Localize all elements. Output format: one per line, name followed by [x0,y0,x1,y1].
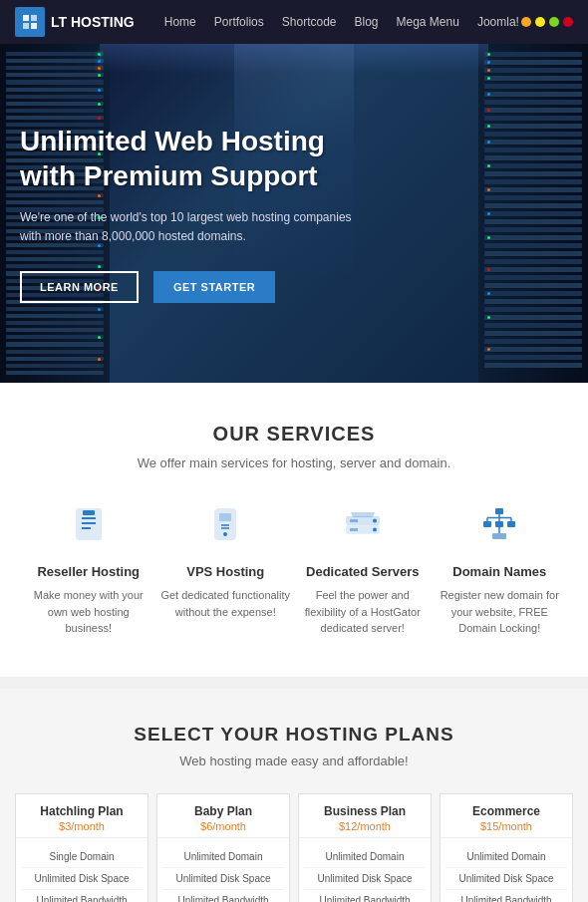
plan-hatchling-header: Hatchling Plan $3/month [16,794,147,838]
svg-rect-22 [495,521,503,527]
svg-rect-1 [31,15,37,21]
plan-baby: Baby Plan $6/month Unlimited Domain Unli… [156,793,290,903]
service-vps: VPS Hosting Get dedicated functionality … [160,505,290,637]
dot-4 [563,17,573,27]
domain-title: Domain Names [435,564,564,579]
svg-rect-20 [495,508,503,514]
svg-rect-18 [350,519,358,522]
domain-icon [435,505,564,554]
svg-rect-0 [23,15,29,21]
hero-heading: Unlimited Web Hosting with Premium Suppo… [20,124,568,193]
nav-shortcode[interactable]: Shortcode [282,15,337,29]
svg-rect-3 [31,23,37,29]
nav-portfolios[interactable]: Portfolios [214,15,264,29]
nav-megamenu[interactable]: Mega Menu [397,15,459,29]
svg-rect-23 [507,521,515,527]
nav-dots [521,17,573,27]
feature-item: Unlimited Domain [162,846,284,868]
plan-business: Business Plan $12/month Unlimited Domain… [298,793,432,903]
plan-hatchling-price: $3/month [21,820,143,832]
svg-point-11 [223,532,227,536]
dot-2 [535,17,545,27]
plan-ecommerce: Ecommerce $15/month Unlimited Domain Unl… [440,793,573,903]
nav-home[interactable]: Home [164,15,196,29]
svg-rect-2 [23,23,29,29]
get-starter-button[interactable]: GET STARTER [153,271,275,303]
plans-section: SELECT YOUR HOSTING PLANS Web hosting ma… [0,689,588,903]
service-dedicated: Dedicated Servers Feel the power and fle… [298,505,428,637]
services-subtitle: We offer main services for hosting, serv… [20,455,568,470]
dedicated-desc: Feel the power and flexibility of a Host… [298,587,428,637]
services-title: OUR SERVICES [20,423,568,446]
learn-more-button[interactable]: LEARN MORE [20,271,139,303]
svg-rect-19 [350,528,358,531]
hero-section: Unlimited Web Hosting with Premium Suppo… [0,44,588,383]
feature-item: Unlimited Bandwidth [21,890,143,903]
svg-rect-29 [492,533,506,539]
hero-content: Unlimited Web Hosting with Premium Suppo… [20,124,568,303]
feature-item: Single Domain [21,846,143,868]
feature-item: Unlimited Disk Space [21,868,143,890]
hero-buttons: LEARN MORE GET STARTER [20,271,568,303]
plan-business-features: Unlimited Domain Unlimited Disk Space Un… [299,838,431,903]
feature-item: Unlimited Bandwidth [162,890,284,903]
vps-desc: Get dedicated functionality without the … [160,587,290,620]
logo-text: LT HOSTING [51,14,135,30]
domain-desc: Register new domain for your website, FR… [435,587,564,637]
reseller-title: Reseller Hosting [24,564,153,579]
vps-title: VPS Hosting [160,564,290,579]
dedicated-title: Dedicated Servers [298,564,428,579]
reseller-icon [24,505,153,554]
plan-hatchling: Hatchling Plan $3/month Single Domain Un… [15,793,148,903]
plan-business-price: $12/month [304,820,426,832]
plan-ecommerce-name: Ecommerce [445,804,567,818]
reseller-desc: Make money with your own web hosting bus… [24,587,153,637]
nav-blog[interactable]: Blog [354,15,378,29]
dedicated-icon [298,505,428,554]
plan-business-name: Business Plan [304,804,426,818]
svg-rect-21 [483,521,491,527]
logo[interactable]: LT HOSTING [15,7,135,37]
plan-baby-price: $6/month [162,820,284,832]
svg-rect-8 [83,510,95,515]
nav-links: Home Portfolios Shortcode Blog Mega Menu… [164,15,521,29]
plan-hatchling-features: Single Domain Unlimited Disk Space Unlim… [16,838,147,903]
svg-rect-10 [219,513,231,521]
service-reseller: Reseller Hosting Make money with your ow… [24,505,153,637]
plans-title: SELECT YOUR HOSTING PLANS [15,724,573,746]
feature-item: Unlimited Disk Space [304,868,426,890]
feature-item: Unlimited Domain [445,846,567,868]
hero-description: We're one of the world's top 10 largest … [20,208,359,246]
ceiling-grid [100,44,488,74]
logo-icon [15,7,45,37]
nav-joomla[interactable]: Joomla! [477,15,519,29]
feature-item: Unlimited Domain [304,846,426,868]
dot-1 [521,17,531,27]
plans-subtitle: Web hosting made easy and affordable! [15,753,573,768]
navbar: LT HOSTING Home Portfolios Shortcode Blo… [0,0,588,44]
feature-item: Unlimited Disk Space [162,868,284,890]
feature-item: Unlimited Disk Space [445,868,567,890]
feature-item: Unlimited Bandwidth [445,890,567,903]
plan-baby-features: Unlimited Domain Unlimited Disk Space Un… [157,838,289,903]
vps-icon [160,505,290,554]
services-section: OUR SERVICES We offer main services for … [0,383,588,677]
plan-baby-header: Baby Plan $6/month [157,794,289,838]
plan-ecommerce-features: Unlimited Domain Unlimited Disk Space Un… [441,838,572,903]
plan-ecommerce-header: Ecommerce $15/month [441,794,572,838]
plan-business-header: Business Plan $12/month [299,794,431,838]
services-grid: Reseller Hosting Make money with your ow… [20,505,568,637]
dot-3 [549,17,559,27]
plan-baby-name: Baby Plan [162,804,284,818]
service-domain: Domain Names Register new domain for you… [435,505,564,637]
svg-point-17 [373,528,377,532]
feature-item: Unlimited Bandwidth [304,890,426,903]
svg-point-16 [373,519,377,523]
plans-grid: Hatchling Plan $3/month Single Domain Un… [15,793,573,903]
plan-hatchling-name: Hatchling Plan [21,804,143,818]
section-divider [0,677,588,689]
plan-ecommerce-price: $15/month [445,820,567,832]
